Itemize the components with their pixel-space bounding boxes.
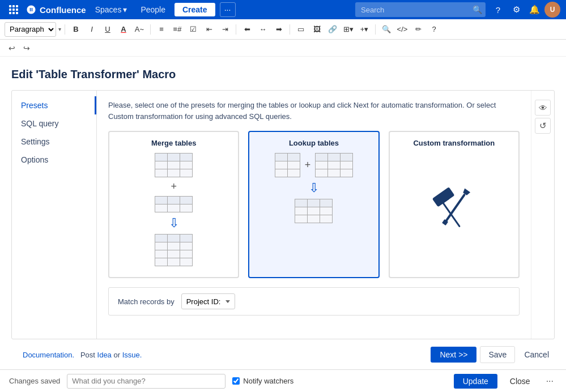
search-icon: 🔍 <box>473 5 482 14</box>
more-button[interactable]: ✏ <box>411 22 425 37</box>
sidebar-item-options[interactable]: Options <box>12 151 96 169</box>
cancel-button[interactable]: Cancel <box>518 347 555 363</box>
match-records-select[interactable]: Project ID: <box>181 293 235 309</box>
lookup-table-left <box>275 153 300 177</box>
checkbox-button[interactable]: ☑ <box>186 22 201 37</box>
people-nav-link[interactable]: People <box>136 5 170 14</box>
notify-watchers-checkbox-container: Notify watchers <box>232 377 293 385</box>
refresh-icon-button[interactable]: ↺ <box>535 118 551 134</box>
svg-rect-5 <box>16 8 18 11</box>
right-icons-panel: 👁 ↺ <box>531 91 554 339</box>
eye-icon-button[interactable]: 👁 <box>535 100 551 116</box>
merge-table-top-2 <box>155 196 193 212</box>
idea-link[interactable]: Idea <box>97 351 112 359</box>
redo-button[interactable]: ↪ <box>20 42 33 54</box>
save-button[interactable]: Save <box>480 346 515 363</box>
search-input[interactable] <box>355 2 486 17</box>
avatar[interactable]: U <box>544 2 560 18</box>
grid-icon[interactable] <box>6 2 22 18</box>
svg-rect-6 <box>9 12 11 14</box>
close-button[interactable]: Close <box>504 374 536 389</box>
toolbar-separator-4 <box>290 24 290 35</box>
help-toolbar-button[interactable]: ? <box>427 22 441 37</box>
page-title: Edit 'Table Transformer' Macro <box>11 68 555 81</box>
find-button[interactable]: 🔍 <box>379 22 394 37</box>
bold-button[interactable]: B <box>69 22 83 37</box>
italic-button[interactable]: I <box>84 22 99 37</box>
down-arrow-icon: ⇩ <box>169 216 179 231</box>
notify-watchers-label: Notify watchers <box>243 377 293 385</box>
footer-links: Documentation. Post Idea or Issue. <box>23 351 427 359</box>
plus-icon: + <box>171 181 177 193</box>
insert-button[interactable]: +▾ <box>357 22 372 37</box>
change-description-input[interactable] <box>67 374 225 389</box>
preset-card-lookup-tables[interactable]: Lookup tables + <box>248 131 379 278</box>
search-container: 🔍 <box>355 2 486 17</box>
preset-card-custom-transformation[interactable]: Custom transformation <box>389 131 520 278</box>
nav-icon-group: ? ⚙ 🔔 U <box>490 2 560 18</box>
text-color-button[interactable]: A <box>116 22 131 37</box>
lookup-table-result <box>295 199 333 223</box>
create-button[interactable]: Create <box>175 3 215 16</box>
lookup-tables-illustration: + ⇩ <box>275 153 354 270</box>
help-icon[interactable]: ? <box>490 2 506 18</box>
underline-button[interactable]: U <box>100 22 115 37</box>
code-button[interactable]: </> <box>395 22 410 37</box>
lookup-table-right <box>315 153 353 177</box>
toolbar-separator-1 <box>65 24 65 35</box>
sidebar-item-presets[interactable]: Presets <box>12 96 96 114</box>
lookup-tables-label: Lookup tables <box>289 139 339 147</box>
bottom-status-bar: Changes saved Notify watchers Update Clo… <box>0 369 566 392</box>
merge-tables-illustration: + ⇩ <box>155 153 193 270</box>
main-content-area: Edit 'Table Transformer' Macro Presets S… <box>0 57 566 370</box>
settings-icon[interactable]: ⚙ <box>508 2 524 18</box>
layout-button[interactable]: ▭ <box>293 22 308 37</box>
custom-transformation-icon <box>420 153 488 270</box>
svg-rect-3 <box>9 8 11 11</box>
lookup-down-arrow: ⇩ <box>309 181 319 195</box>
outdent-button[interactable]: ⇤ <box>202 22 216 37</box>
numbered-list-button[interactable]: ≡# <box>170 22 185 37</box>
table-button[interactable]: ⊞▾ <box>341 22 356 37</box>
changes-saved-status: Changes saved <box>9 377 60 385</box>
preset-cards-container: Merge tables + <box>108 131 520 278</box>
issue-link[interactable]: Issue. <box>122 351 142 359</box>
paragraph-dropdown-icon[interactable]: ▾ <box>58 26 61 32</box>
svg-rect-1 <box>12 5 15 7</box>
notifications-icon[interactable]: 🔔 <box>526 2 542 18</box>
match-records-label: Match records by <box>118 297 175 306</box>
notify-watchers-checkbox[interactable] <box>232 377 240 385</box>
dialog-footer: Documentation. Post Idea or Issue. Next … <box>11 339 555 370</box>
documentation-link[interactable]: Documentation. <box>23 351 74 359</box>
toolbar-separator-3 <box>236 24 236 35</box>
more-nav-button[interactable]: ··· <box>220 2 236 17</box>
merge-tables-label: Merge tables <box>151 139 196 147</box>
update-button[interactable]: Update <box>454 374 497 389</box>
top-navigation: Confluence Spaces ▾ People Create ··· 🔍 … <box>0 0 566 19</box>
formatting-toolbar: Paragraph ▾ B I U A A~ ≡ ≡# ☑ ⇤ ⇥ ⬅ ↔ ➡ … <box>0 19 566 40</box>
svg-rect-0 <box>9 5 11 7</box>
paragraph-select[interactable]: Paragraph <box>5 22 56 37</box>
undo-button[interactable]: ↩ <box>6 42 18 54</box>
macro-editor-dialog: Presets SQL query Settings Options Pleas… <box>11 90 555 339</box>
align-left-button[interactable]: ⬅ <box>240 22 254 37</box>
svg-rect-4 <box>12 8 15 11</box>
link-button[interactable]: 🔗 <box>325 22 340 37</box>
align-center-button[interactable]: ↔ <box>256 22 270 37</box>
confluence-logo[interactable]: Confluence <box>26 5 86 15</box>
bullet-list-button[interactable]: ≡ <box>154 22 169 37</box>
image-button[interactable]: 🖼 <box>309 22 324 37</box>
next-button[interactable]: Next >> <box>431 347 476 363</box>
undo-redo-bar: ↩ ↪ <box>0 40 566 57</box>
sidebar-item-sql-query[interactable]: SQL query <box>12 114 96 133</box>
svg-rect-8 <box>16 12 18 14</box>
bottom-more-button[interactable]: ··· <box>543 375 557 387</box>
text-style-button[interactable]: A~ <box>132 22 147 37</box>
sidebar-item-settings[interactable]: Settings <box>12 133 96 151</box>
preset-card-merge-tables[interactable]: Merge tables + <box>108 131 239 278</box>
match-records-bar: Match records by Project ID: <box>108 287 520 316</box>
spaces-nav-link[interactable]: Spaces ▾ <box>91 5 132 14</box>
align-right-button[interactable]: ➡ <box>271 22 286 37</box>
indent-button[interactable]: ⇥ <box>218 22 232 37</box>
svg-rect-7 <box>12 12 15 14</box>
